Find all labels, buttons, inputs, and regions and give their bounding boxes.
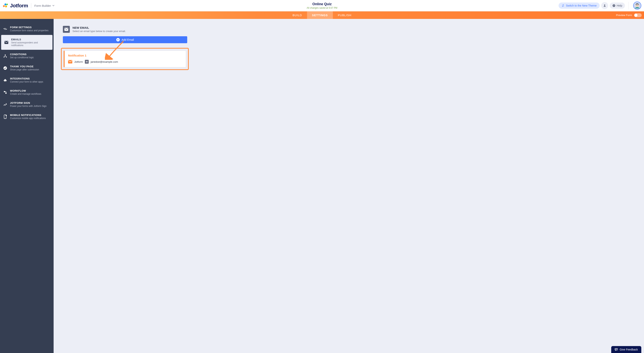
avatar[interactable] <box>633 2 641 10</box>
tab-build[interactable]: BUILD <box>288 11 307 19</box>
phone-icon <box>3 115 7 119</box>
swap-icon <box>562 4 564 7</box>
preview-form-label: Preview Form <box>616 14 632 17</box>
save-status: All changes saved at 5:07 PM <box>307 7 338 9</box>
sidebar-item-title: JOTFORM SIGN <box>10 102 46 104</box>
preview-form-toggle[interactable] <box>634 13 642 17</box>
switch-theme-button[interactable]: Switch to the New Theme <box>558 3 600 9</box>
svg-rect-17 <box>6 93 6 94</box>
tabs: BUILD SETTINGS PUBLISH <box>288 11 356 19</box>
sidebar-item-title: WORKFLOW <box>10 89 41 92</box>
settings-sidebar: FORM SETTINGS Customize form status and … <box>0 19 54 353</box>
sidebar-item-emails[interactable]: EMAILS Send autoresponders and notificat… <box>1 35 52 50</box>
svg-point-10 <box>638 5 638 6</box>
add-email-label: Add Email <box>122 38 134 41</box>
help-button[interactable]: ? Help <box>610 3 625 9</box>
help-label: Help <box>616 4 622 7</box>
sidebar-item-desc: Set up conditional logic <box>10 56 34 59</box>
notification-sender: Jotform <box>74 60 83 63</box>
give-feedback-button[interactable]: Give Feedback <box>611 346 641 353</box>
svg-point-19 <box>5 118 6 118</box>
toggle-knob <box>634 14 638 17</box>
notification-title: Notification 1 <box>68 54 182 57</box>
sidebar-item-desc: Send autoresponders and notifications <box>11 41 50 47</box>
header: Jotform Form Builder Online Quiz All cha… <box>0 0 644 11</box>
notification-flow: Jotform janedoe@example.com <box>68 60 182 64</box>
notification-highlight-box: Notification 1 Jotform janedoe@example.c… <box>61 48 189 70</box>
sidebar-item-desc: Connect your form to other apps <box>10 81 43 83</box>
body: FORM SETTINGS Customize form status and … <box>0 19 644 353</box>
tabs-bar: BUILD SETTINGS PUBLISH Preview Form <box>0 11 644 19</box>
form-builder-label: Form Builder <box>34 4 51 7</box>
sidebar-item-desc: Create and manage workflows <box>10 93 41 95</box>
user-icon <box>603 4 606 7</box>
add-email-button[interactable]: + Add Email <box>63 36 187 43</box>
header-right: Switch to the New Theme ? Help <box>558 2 641 10</box>
give-feedback-label: Give Feedback <box>620 348 638 351</box>
header-divider <box>31 3 31 8</box>
sidebar-item-desc: Customize form status and properties <box>10 29 48 32</box>
workflow-icon <box>3 90 7 95</box>
check-circle-icon <box>3 66 7 70</box>
sidebar-item-integrations[interactable]: INTEGRATIONS Connect your form to other … <box>0 74 54 86</box>
gear-icon <box>3 27 7 31</box>
notification-card[interactable]: Notification 1 Jotform janedoe@example.c… <box>64 51 186 67</box>
tab-publish[interactable]: PUBLISH <box>333 11 356 19</box>
new-email-desc: Select an email type below to create you… <box>72 30 126 33</box>
sidebar-item-workflow[interactable]: WORKFLOW Create and manage workflows <box>0 86 54 98</box>
avatar-image <box>634 2 641 9</box>
sidebar-item-title: MOBILE NOTIFICATIONS <box>10 114 46 117</box>
svg-rect-0 <box>3 5 5 7</box>
preview-form-toggle-wrap: Preview Form <box>616 11 644 19</box>
envelope-icon <box>68 60 72 64</box>
plus-icon: + <box>116 38 120 42</box>
new-email-header: NEW EMAIL Select an email type below to … <box>63 26 635 33</box>
svg-rect-23 <box>615 348 618 350</box>
sidebar-item-title: FORM SETTINGS <box>10 26 48 29</box>
tab-settings[interactable]: SETTINGS <box>307 11 333 19</box>
sidebar-item-desc: Customize mobile app notifications <box>10 117 46 120</box>
svg-point-4 <box>604 5 605 6</box>
main-content: NEW EMAIL Select an email type below to … <box>54 19 644 353</box>
question-icon: ? <box>612 4 616 7</box>
brand-name: Jotform <box>10 3 28 9</box>
sidebar-item-title: INTEGRATIONS <box>10 77 43 80</box>
notification-recipient: janedoe@example.com <box>90 60 118 63</box>
sidebar-item-title: EMAILS <box>11 38 50 41</box>
new-email-title: NEW EMAIL <box>72 26 126 29</box>
header-center: Online Quiz All changes saved at 5:07 PM <box>307 2 338 9</box>
sidebar-item-jotform-sign[interactable]: JOTFORM SIGN Power your forms with Jotfo… <box>0 98 54 111</box>
branch-icon <box>3 54 7 58</box>
svg-rect-2 <box>5 6 7 8</box>
svg-rect-3 <box>6 4 8 5</box>
puzzle-icon <box>3 78 7 82</box>
svg-rect-20 <box>6 115 7 116</box>
sidebar-item-title: CONDITIONS <box>10 53 34 56</box>
envelope-icon <box>4 40 8 45</box>
sign-icon <box>3 102 7 107</box>
sidebar-item-mobile-notifications[interactable]: MOBILE NOTIFICATIONS Customize mobile ap… <box>0 111 54 123</box>
chat-icon <box>615 348 618 351</box>
form-builder-dropdown[interactable]: Form Builder <box>34 4 54 7</box>
switch-theme-label: Switch to the New Theme <box>566 4 596 7</box>
page-title[interactable]: Online Quiz <box>307 2 338 6</box>
svg-point-15 <box>4 66 7 70</box>
svg-point-12 <box>5 54 6 55</box>
sidebar-item-thank-you[interactable]: THANK YOU PAGE Show page after submissio… <box>0 62 54 74</box>
sidebar-item-title: THANK YOU PAGE <box>10 65 39 68</box>
sidebar-item-desc: Power your forms with Jotform Sign <box>10 105 46 107</box>
envelope-icon <box>63 26 70 33</box>
svg-point-14 <box>6 57 7 57</box>
account-button[interactable] <box>601 2 608 9</box>
logo[interactable]: Jotform <box>3 3 28 9</box>
sidebar-item-conditions[interactable]: CONDITIONS Set up conditional logic <box>0 50 54 62</box>
svg-point-13 <box>4 57 4 57</box>
sidebar-item-form-settings[interactable]: FORM SETTINGS Customize form status and … <box>0 23 54 35</box>
svg-rect-16 <box>4 91 5 92</box>
logo-icon <box>3 3 8 8</box>
svg-text:?: ? <box>613 5 614 7</box>
arrow-right-icon <box>85 60 89 64</box>
svg-rect-1 <box>4 3 6 6</box>
sidebar-item-desc: Show page after submission <box>10 68 39 71</box>
chevron-down-icon <box>52 5 54 7</box>
